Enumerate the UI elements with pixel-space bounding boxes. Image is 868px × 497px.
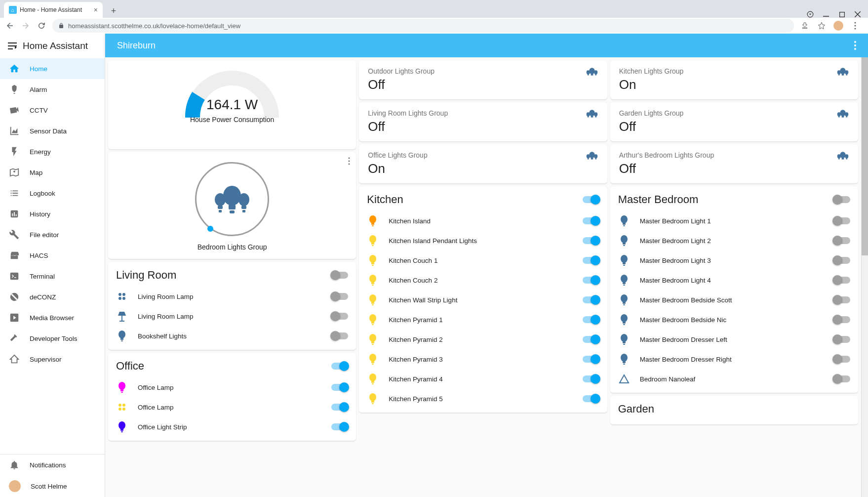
brightness-ring[interactable] bbox=[195, 162, 269, 236]
entity-toggle[interactable] bbox=[833, 257, 850, 264]
status-card[interactable]: Outdoor Lights GroupOff bbox=[359, 60, 607, 99]
entity-toggle[interactable] bbox=[583, 296, 599, 303]
entity-toggle[interactable] bbox=[583, 336, 599, 343]
reload-button[interactable] bbox=[37, 21, 46, 31]
lamp-icon[interactable] bbox=[116, 310, 128, 322]
tab-close-icon[interactable]: × bbox=[94, 6, 98, 14]
sidebar-item-supervisor[interactable]: Supervisor bbox=[0, 349, 105, 370]
bulb-icon[interactable] bbox=[367, 235, 379, 247]
entity-toggle[interactable] bbox=[331, 384, 348, 391]
entity-toggle[interactable] bbox=[583, 316, 599, 323]
entity-toggle[interactable] bbox=[833, 375, 850, 382]
maximize-icon[interactable] bbox=[838, 11, 845, 18]
entity-toggle[interactable] bbox=[833, 296, 850, 303]
sidebar-item-terminal[interactable]: Terminal bbox=[0, 266, 105, 287]
forward-button[interactable] bbox=[21, 21, 31, 31]
dropdown-icon[interactable] bbox=[807, 11, 814, 18]
profile-avatar[interactable] bbox=[833, 21, 843, 31]
sidebar-item-alarm[interactable]: Alarm bbox=[0, 79, 105, 100]
bulb-icon[interactable] bbox=[367, 215, 379, 227]
bulb-icon[interactable] bbox=[116, 330, 128, 342]
entity-toggle[interactable] bbox=[331, 423, 348, 430]
sidebar-item-logbook[interactable]: Logbook bbox=[0, 183, 105, 204]
entity-toggle[interactable] bbox=[583, 217, 599, 224]
bulb-icon[interactable] bbox=[367, 373, 379, 385]
entity-toggle[interactable] bbox=[583, 257, 599, 264]
card-menu-icon[interactable] bbox=[348, 157, 350, 165]
sidebar-item-media-browser[interactable]: Media Browser bbox=[0, 307, 105, 328]
group-toggle[interactable] bbox=[583, 196, 599, 203]
sidebar-item-sensor-data[interactable]: Sensor Data bbox=[0, 121, 105, 141]
status-card[interactable]: Office Lights GroupOn bbox=[359, 144, 607, 183]
group-toggle[interactable] bbox=[331, 363, 348, 370]
entity-toggle[interactable] bbox=[331, 313, 348, 320]
close-icon[interactable] bbox=[854, 11, 861, 18]
sidebar-item-scott-helme[interactable]: Scott Helme bbox=[0, 475, 105, 497]
bulb-icon[interactable] bbox=[367, 353, 379, 365]
sidebar-item-file-editor[interactable]: File editor bbox=[0, 224, 105, 245]
entity-toggle[interactable] bbox=[833, 316, 850, 323]
bulb-icon[interactable] bbox=[116, 421, 128, 433]
status-card[interactable]: Living Room Lights GroupOff bbox=[359, 102, 607, 141]
entity-toggle[interactable] bbox=[583, 395, 599, 402]
bulb-icon[interactable] bbox=[618, 353, 630, 365]
new-tab-button[interactable]: + bbox=[107, 4, 120, 18]
group-toggle[interactable] bbox=[833, 196, 850, 203]
sidebar-item-hacs[interactable]: HACS bbox=[0, 245, 105, 266]
bulb-icon[interactable] bbox=[618, 294, 630, 306]
bulb-icon[interactable] bbox=[367, 393, 379, 405]
entity-toggle[interactable] bbox=[833, 277, 850, 284]
minimize-icon[interactable] bbox=[823, 11, 829, 18]
entity-toggle[interactable] bbox=[331, 332, 348, 339]
dots-icon[interactable] bbox=[116, 401, 128, 413]
brightness-handle[interactable] bbox=[207, 226, 213, 232]
bulb-icon[interactable] bbox=[618, 215, 630, 227]
status-card[interactable]: Arthur's Bedroom Lights GroupOff bbox=[610, 144, 858, 183]
sidebar-item-home[interactable]: Home bbox=[0, 58, 105, 79]
entity-toggle[interactable] bbox=[331, 404, 348, 411]
bulb-icon[interactable] bbox=[618, 235, 630, 247]
install-icon[interactable] bbox=[800, 21, 810, 31]
scrollbar[interactable] bbox=[861, 57, 868, 497]
bulb-icon[interactable] bbox=[618, 254, 630, 266]
bulb-icon[interactable] bbox=[367, 333, 379, 345]
entity-toggle[interactable] bbox=[833, 336, 850, 343]
entity-toggle[interactable] bbox=[583, 277, 599, 284]
url-input[interactable]: homeassistant.scotthelme.co.uk/lovelace-… bbox=[52, 19, 794, 33]
scrollbar-thumb[interactable] bbox=[862, 57, 868, 255]
dots-icon[interactable] bbox=[116, 290, 128, 302]
bulb-icon[interactable] bbox=[367, 294, 379, 306]
bookmark-icon[interactable] bbox=[817, 21, 827, 31]
sidebar-item-energy[interactable]: Energy bbox=[0, 141, 105, 162]
power-gauge-card[interactable]: 164.1 W House Power Consumption bbox=[108, 60, 356, 149]
sidebar-item-developer-tools[interactable]: Developer Tools bbox=[0, 328, 105, 349]
bulb-icon[interactable] bbox=[618, 274, 630, 286]
topbar-menu-icon[interactable] bbox=[854, 41, 856, 50]
browser-tab[interactable]: ⌂ Home - Home Assistant × bbox=[4, 2, 103, 18]
bedroom-circle-card[interactable]: Bedroom Lights Group bbox=[108, 152, 356, 259]
sidebar-item-cctv[interactable]: CCTV bbox=[0, 100, 105, 121]
entity-toggle[interactable] bbox=[833, 356, 850, 363]
bulb-icon[interactable] bbox=[367, 314, 379, 326]
bulb-icon[interactable] bbox=[367, 274, 379, 286]
sidebar-item-deconz[interactable]: deCONZ bbox=[0, 287, 105, 307]
bulb-icon[interactable] bbox=[618, 314, 630, 326]
chrome-menu-icon[interactable] bbox=[850, 21, 860, 31]
bulb-icon[interactable] bbox=[367, 254, 379, 266]
sidebar-item-history[interactable]: History bbox=[0, 204, 105, 224]
back-button[interactable] bbox=[5, 21, 15, 31]
sidebar-item-map[interactable]: Map bbox=[0, 162, 105, 183]
group-toggle[interactable] bbox=[331, 272, 348, 279]
entity-toggle[interactable] bbox=[583, 356, 599, 363]
entity-toggle[interactable] bbox=[583, 375, 599, 382]
bulb-icon[interactable] bbox=[618, 333, 630, 345]
triangle-icon[interactable] bbox=[618, 373, 630, 385]
sidebar-item-notifications[interactable]: Notifications bbox=[0, 455, 105, 475]
entity-toggle[interactable] bbox=[331, 293, 348, 300]
status-card[interactable]: Kitchen Lights GroupOn bbox=[610, 60, 858, 99]
menu-icon[interactable] bbox=[8, 42, 17, 49]
entity-toggle[interactable] bbox=[583, 237, 599, 244]
entity-toggle[interactable] bbox=[833, 237, 850, 244]
entity-toggle[interactable] bbox=[833, 217, 850, 224]
bulb-icon[interactable] bbox=[116, 381, 128, 393]
